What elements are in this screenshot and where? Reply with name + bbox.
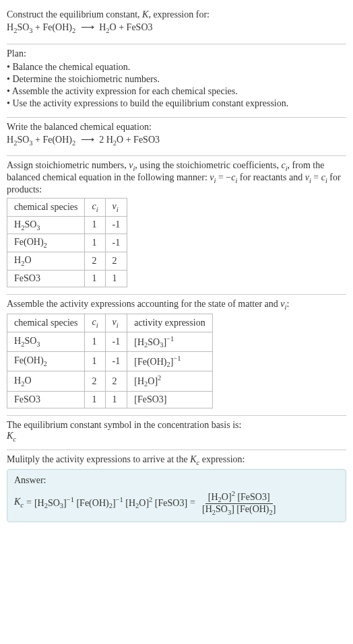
- assign-para: Assign stoichiometric numbers, νi, using…: [7, 160, 346, 195]
- activity-table: chemical species ci νi activity expressi…: [7, 314, 213, 408]
- cell-vi: -1: [105, 234, 127, 252]
- intro-text: Construct the equilibrium constant, K, e…: [7, 9, 346, 20]
- cell-ci: 2: [85, 252, 105, 271]
- fraction-numerator: [H2O]2 [FeSO3]: [205, 490, 273, 504]
- col-ci: ci: [85, 198, 105, 216]
- intro-K: K: [142, 9, 148, 20]
- table-header-row: chemical species ci νi activity expressi…: [7, 314, 213, 332]
- cell-activity: [H2SO3]−1: [127, 332, 212, 351]
- symbol-line1: The equilibrium constant symbol in the c…: [7, 420, 346, 431]
- plan-item: Balance the chemical equation.: [7, 62, 346, 73]
- cell-species: H2O: [7, 371, 85, 391]
- cell-species: FeSO3: [7, 391, 85, 408]
- cell-vi: -1: [105, 352, 127, 371]
- cell-species: FeSO3: [7, 270, 85, 287]
- balanced-section: Write the balanced chemical equation: H2…: [7, 118, 346, 156]
- table-row: H2O 2 2: [7, 252, 127, 271]
- col-species: chemical species: [7, 314, 85, 332]
- table-row: Fe(OH)2 1 -1 [Fe(OH)2]−1: [7, 352, 213, 371]
- table-row: H2SO3 1 -1 [H2SO3]−1: [7, 332, 213, 351]
- table-row: FeSO3 1 1: [7, 270, 127, 287]
- fraction-denominator: [H2SO3] [Fe(OH)2]: [199, 504, 278, 516]
- answer-label: Answer:: [14, 475, 339, 486]
- stoich-table: chemical species ci νi H2SO3 1 -1 Fe(OH)…: [7, 198, 127, 287]
- cell-activity: [H2O]2: [127, 371, 212, 391]
- cell-vi: -1: [105, 332, 127, 351]
- intro-section: Construct the equilibrium constant, K, e…: [7, 5, 346, 44]
- kc-expression: Kc = [H2SO3]−1 [Fe(OH)2]−1 [H2O]2 [FeSO3…: [14, 490, 280, 516]
- plan-section: Plan: Balance the chemical equation. Det…: [7, 44, 346, 117]
- symbol-section: The equilibrium constant symbol in the c…: [7, 416, 346, 450]
- intro-lead: Construct the equilibrium constant,: [7, 9, 142, 20]
- plan-title: Plan:: [7, 48, 346, 59]
- balanced-title: Write the balanced chemical equation:: [7, 122, 346, 133]
- cell-ci: 2: [85, 371, 105, 391]
- table-header-row: chemical species ci νi: [7, 198, 127, 216]
- col-activity: activity expression: [127, 314, 212, 332]
- cell-vi: 1: [105, 391, 127, 408]
- cell-vi: -1: [105, 216, 127, 234]
- plan-list: Balance the chemical equation. Determine…: [7, 62, 346, 109]
- table-row: H2SO3 1 -1: [7, 216, 127, 234]
- plan-item: Use the activity expressions to build th…: [7, 98, 346, 109]
- fraction: [H2O]2 [FeSO3] [H2SO3] [Fe(OH)2]: [199, 490, 278, 516]
- cell-ci: 1: [85, 352, 105, 371]
- cell-activity: [FeSO3]: [127, 391, 212, 408]
- table-row: Fe(OH)2 1 -1: [7, 234, 127, 252]
- cell-species: H2SO3: [7, 216, 85, 234]
- activity-section: Assemble the activity expressions accoun…: [7, 295, 346, 415]
- cell-vi: 1: [105, 270, 127, 287]
- cell-ci: 1: [85, 391, 105, 408]
- multiply-title: Mulitply the activity expressions to arr…: [7, 454, 346, 466]
- answer-box: Answer: Kc = [H2SO3]−1 [Fe(OH)2]−1 [H2O]…: [7, 469, 346, 522]
- cell-ci: 1: [85, 332, 105, 351]
- col-species: chemical species: [7, 198, 85, 216]
- cell-ci: 1: [85, 270, 105, 287]
- cell-ci: 1: [85, 234, 105, 252]
- multiply-section: Mulitply the activity expressions to arr…: [7, 450, 346, 529]
- kc-symbol: Kc: [7, 431, 346, 443]
- balanced-equation: H2SO3 + Fe(OH)2 ⟶ 2 H2O + FeSO3: [7, 133, 346, 149]
- unbalanced-equation: H2SO3 + Fe(OH)2 ⟶ H2O + FeSO3: [7, 20, 346, 37]
- cell-activity: [Fe(OH)2]−1: [127, 352, 212, 371]
- col-ci: ci: [85, 314, 105, 332]
- cell-species: Fe(OH)2: [7, 234, 85, 252]
- table-row: FeSO3 1 1 [FeSO3]: [7, 391, 213, 408]
- cell-vi: 2: [105, 252, 127, 271]
- cell-vi: 2: [105, 371, 127, 391]
- plan-item: Determine the stoichiometric numbers.: [7, 74, 346, 85]
- intro-lead2: , expression for:: [148, 9, 210, 20]
- cell-species: H2O: [7, 252, 85, 271]
- col-vi: νi: [105, 314, 127, 332]
- activity-title: Assemble the activity expressions accoun…: [7, 299, 346, 311]
- table-row: H2O 2 2 [H2O]2: [7, 371, 213, 391]
- assign-section: Assign stoichiometric numbers, νi, using…: [7, 156, 346, 294]
- plan-item: Assemble the activity expression for eac…: [7, 86, 346, 97]
- cell-ci: 1: [85, 216, 105, 234]
- cell-species: Fe(OH)2: [7, 352, 85, 371]
- col-vi: νi: [105, 198, 127, 216]
- cell-species: H2SO3: [7, 332, 85, 351]
